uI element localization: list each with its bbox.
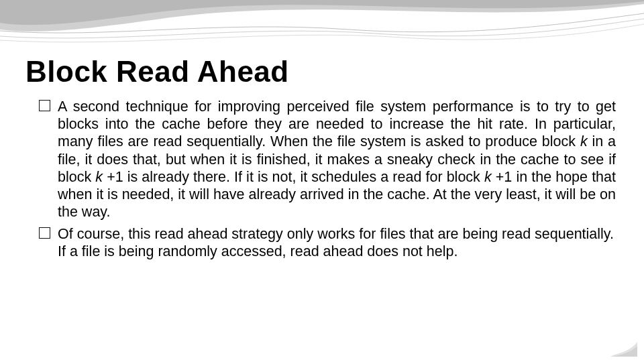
header-swoosh bbox=[0, 0, 644, 60]
paragraph-2-text: Of course, this read ahead strategy only… bbox=[58, 226, 614, 259]
paragraph-2: Of course, this read ahead strategy only… bbox=[39, 225, 616, 260]
square-bullet-icon bbox=[39, 227, 50, 239]
slide-body: A second technique for improving perceiv… bbox=[39, 98, 616, 264]
corner-decoration-icon bbox=[610, 338, 637, 357]
p1-k1: k bbox=[580, 133, 588, 149]
p1-k3: k bbox=[484, 169, 492, 185]
square-bullet-icon bbox=[39, 100, 50, 111]
p1-k2: k bbox=[95, 169, 103, 185]
p1-seg1: A second technique for improving perceiv… bbox=[58, 99, 616, 149]
paragraph-1: A second technique for improving perceiv… bbox=[39, 98, 616, 221]
paragraph-1-text: A second technique for improving perceiv… bbox=[58, 99, 616, 220]
slide-title: Block Read Ahead bbox=[25, 55, 289, 88]
p1-seg3: +1 is already there. If it is not, it sc… bbox=[103, 169, 484, 185]
slide: Block Read Ahead A second technique for … bbox=[0, 0, 644, 362]
